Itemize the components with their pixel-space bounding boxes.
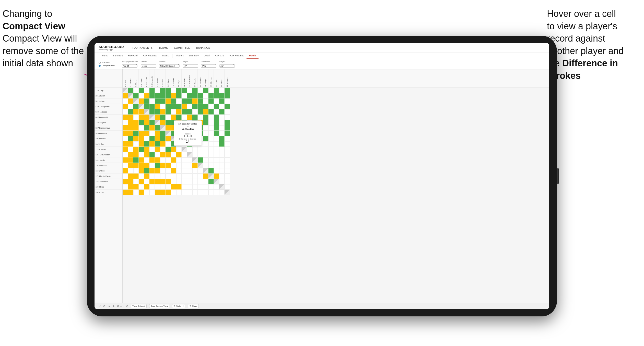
history-icon[interactable]: ⊙ — [103, 305, 105, 307]
cell-19-17[interactable] — [208, 184, 214, 190]
cell-19-13[interactable] — [187, 184, 192, 190]
cell-20-11[interactable] — [176, 190, 182, 195]
cell-16-9[interactable] — [166, 168, 171, 174]
cell-1-8[interactable] — [160, 88, 166, 93]
cell-20-4[interactable] — [139, 190, 144, 195]
cell-7-9[interactable] — [166, 120, 171, 125]
cell-7-19[interactable] — [219, 120, 225, 125]
cell-13-17[interactable] — [208, 152, 214, 157]
cell-8-1[interactable] — [123, 125, 128, 131]
cell-16-7[interactable] — [155, 168, 160, 174]
cell-11-19[interactable] — [219, 141, 225, 147]
cell-6-17[interactable] — [208, 115, 214, 120]
cell-18-10[interactable] — [171, 179, 176, 184]
settings-icon[interactable]: ⊙ — [126, 305, 128, 307]
cell-16-8[interactable] — [160, 168, 166, 174]
cell-8-20[interactable] — [225, 125, 230, 131]
cell-3-4[interactable] — [139, 98, 144, 104]
cell-1-15[interactable] — [198, 88, 203, 93]
cell-10-7[interactable] — [155, 136, 160, 141]
cell-3-3[interactable] — [133, 98, 139, 104]
cell-2-9[interactable] — [166, 93, 171, 98]
cell-11-17[interactable] — [208, 141, 214, 147]
cell-6-2[interactable] — [128, 115, 133, 120]
cell-18-17[interactable] — [208, 179, 214, 184]
cell-17-16[interactable] — [203, 174, 208, 179]
cell-1-1[interactable] — [123, 88, 128, 93]
cell-17-14[interactable] — [192, 174, 198, 179]
cell-10-19[interactable] — [219, 136, 225, 141]
cell-18-18[interactable] — [214, 179, 219, 184]
cell-5-4[interactable] — [139, 109, 144, 115]
cell-6-1[interactable] — [123, 115, 128, 120]
cell-18-8[interactable] — [160, 179, 166, 184]
division-select[interactable]: NCAA Division I — [159, 64, 180, 68]
cell-5-6[interactable] — [149, 109, 155, 115]
cell-6-18[interactable] — [214, 115, 219, 120]
cell-15-14[interactable] — [192, 163, 198, 168]
cell-15-5[interactable] — [144, 163, 149, 168]
nav-committee[interactable]: COMMITTEE — [174, 46, 190, 49]
max-players-select[interactable]: Top 25 — [122, 64, 137, 68]
cell-4-13[interactable] — [187, 104, 192, 109]
cell-5-11[interactable] — [176, 109, 182, 115]
nav-teams[interactable]: TEAMS — [159, 46, 168, 49]
cell-13-11[interactable] — [176, 152, 182, 157]
cell-6-9[interactable] — [166, 115, 171, 120]
cell-14-18[interactable] — [214, 157, 219, 163]
cell-13-15[interactable] — [198, 152, 203, 157]
cell-12-11[interactable] — [176, 147, 182, 152]
view-option-compact[interactable]: Compact View — [99, 65, 119, 67]
cell-14-2[interactable] — [128, 157, 133, 163]
cell-4-9[interactable] — [166, 104, 171, 109]
cell-6-16[interactable] — [203, 115, 208, 120]
cell-19-9[interactable] — [166, 184, 171, 190]
radio-compact-view[interactable] — [99, 65, 101, 67]
cell-4-11[interactable] — [176, 104, 182, 109]
cell-3-6[interactable] — [149, 98, 155, 104]
cell-18-11[interactable] — [176, 179, 182, 184]
cell-18-15[interactable] — [198, 179, 203, 184]
cell-9-9[interactable] — [166, 131, 171, 136]
cell-12-3[interactable] — [133, 147, 139, 152]
cell-17-7[interactable] — [155, 174, 160, 179]
cell-6-4[interactable] — [139, 115, 144, 120]
players-select[interactable]: (All) — [219, 64, 235, 68]
cell-17-5[interactable] — [144, 174, 149, 179]
cell-4-7[interactable] — [155, 104, 160, 109]
cell-4-20[interactable] — [225, 104, 230, 109]
cell-4-15[interactable] — [198, 104, 203, 109]
cell-12-18[interactable] — [214, 147, 219, 152]
cell-8-7[interactable] — [155, 125, 160, 131]
cell-3-7[interactable] — [155, 98, 160, 104]
cell-16-10[interactable] — [171, 168, 176, 174]
cell-3-13[interactable] — [187, 98, 192, 104]
cell-5-20[interactable] — [225, 109, 230, 115]
cell-13-14[interactable] — [192, 152, 198, 157]
cell-20-7[interactable] — [155, 190, 160, 195]
cell-17-19[interactable] — [219, 174, 225, 179]
cell-8-16[interactable] — [203, 125, 208, 131]
cell-10-9[interactable] — [166, 136, 171, 141]
share-btn[interactable]: ⬆ Share — [188, 304, 199, 308]
cell-2-17[interactable] — [208, 93, 214, 98]
cell-12-19[interactable] — [219, 147, 225, 152]
cell-5-7[interactable] — [155, 109, 160, 115]
cell-2-11[interactable] — [176, 93, 182, 98]
cell-15-19[interactable] — [219, 163, 225, 168]
cell-19-10[interactable] — [171, 184, 176, 190]
view-option-full[interactable]: Full View — [99, 61, 119, 64]
cell-8-5[interactable] — [144, 125, 149, 131]
tab-players-summary[interactable]: Summary — [186, 53, 201, 59]
cell-20-2[interactable] — [128, 190, 133, 195]
cell-4-4[interactable] — [139, 104, 144, 109]
cell-1-7[interactable] — [155, 88, 160, 93]
cell-5-12[interactable] — [182, 109, 187, 115]
cell-2-14[interactable] — [192, 93, 198, 98]
cell-3-20[interactable] — [225, 98, 230, 104]
cell-19-8[interactable] — [160, 184, 166, 190]
cell-9-18[interactable] — [214, 131, 219, 136]
cell-5-10[interactable] — [171, 109, 176, 115]
cell-13-7[interactable] — [155, 152, 160, 157]
cell-14-4[interactable] — [139, 157, 144, 163]
